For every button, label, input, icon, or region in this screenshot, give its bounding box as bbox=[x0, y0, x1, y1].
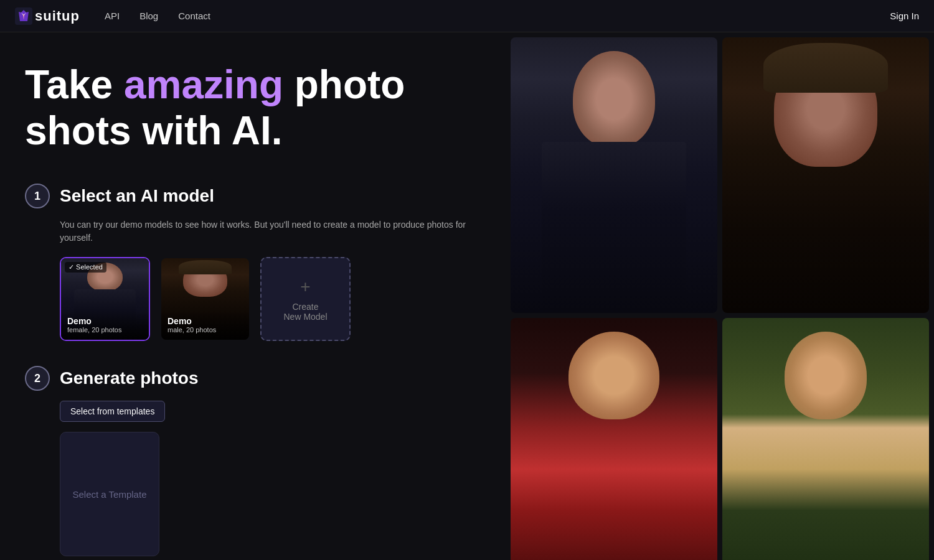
model-card-new[interactable]: + Create New Model bbox=[260, 257, 351, 341]
step-1-number: 1 bbox=[25, 184, 50, 208]
step-1: 1 Select an AI model You can try our dem… bbox=[25, 184, 486, 341]
logo-text: suitup bbox=[35, 8, 80, 24]
nav-link-contact[interactable]: Contact bbox=[178, 11, 210, 21]
photo-man-hat bbox=[722, 37, 929, 313]
model-card-male-overlay: Demo male, 20 photos bbox=[161, 311, 249, 340]
hero-title-plain: Take bbox=[25, 62, 124, 107]
step-1-header: 1 Select an AI model bbox=[25, 184, 486, 208]
model-card-male[interactable]: Demo male, 20 photos bbox=[160, 257, 250, 341]
photo-santa bbox=[511, 318, 717, 560]
logo[interactable]: suitup bbox=[15, 7, 80, 25]
photo-man-suit bbox=[511, 37, 717, 313]
hero-title-highlight: amazing bbox=[124, 62, 283, 107]
step-2-header: 2 Generate photos bbox=[25, 366, 486, 391]
step-2-number: 2 bbox=[25, 366, 50, 391]
selected-badge: ✓ Selected bbox=[65, 262, 106, 273]
model-card-female-overlay: Demo female, 20 photos bbox=[61, 311, 149, 340]
photo-woman-flowers bbox=[722, 318, 929, 560]
model-card-female-meta: female, 20 photos bbox=[67, 326, 143, 334]
navigation: suitup API Blog Contact Sign In bbox=[0, 0, 934, 32]
model-card-female-name: Demo bbox=[67, 316, 143, 326]
step-1-title: Select an AI model bbox=[60, 186, 214, 206]
model-card-male-name: Demo bbox=[167, 316, 243, 326]
plus-icon: + bbox=[300, 277, 310, 297]
hero-title: Take amazing photoshots with AI. bbox=[25, 62, 486, 154]
step-2-title: Generate photos bbox=[60, 368, 198, 388]
step-2: 2 Generate photos Select from templates … bbox=[25, 366, 486, 556]
photo-grid bbox=[511, 37, 929, 560]
model-card-male-meta: male, 20 photos bbox=[167, 326, 243, 334]
create-new-label-line1: Create bbox=[292, 302, 318, 312]
model-cards: ✓ Selected Demo female, 20 photos Demo m… bbox=[60, 257, 486, 341]
main-container: Take amazing photoshots with AI. 1 Selec… bbox=[0, 32, 934, 560]
template-placeholder-text: Select a Template bbox=[73, 488, 147, 501]
step-1-description: You can try our demo models to see how i… bbox=[60, 218, 486, 245]
select-templates-button[interactable]: Select from templates bbox=[60, 401, 165, 422]
right-panel bbox=[511, 32, 934, 560]
logo-icon bbox=[15, 7, 32, 25]
template-placeholder: Select a Template bbox=[60, 432, 159, 556]
nav-link-api[interactable]: API bbox=[105, 11, 120, 21]
model-card-female[interactable]: ✓ Selected Demo female, 20 photos bbox=[60, 257, 150, 341]
generate-section: Select from templates Select a Template bbox=[60, 401, 486, 556]
signin-button[interactable]: Sign In bbox=[890, 11, 919, 21]
nav-links: API Blog Contact bbox=[105, 11, 890, 21]
left-panel: Take amazing photoshots with AI. 1 Selec… bbox=[0, 32, 511, 560]
nav-link-blog[interactable]: Blog bbox=[139, 11, 158, 21]
create-new-label-line2: New Model bbox=[283, 312, 327, 322]
